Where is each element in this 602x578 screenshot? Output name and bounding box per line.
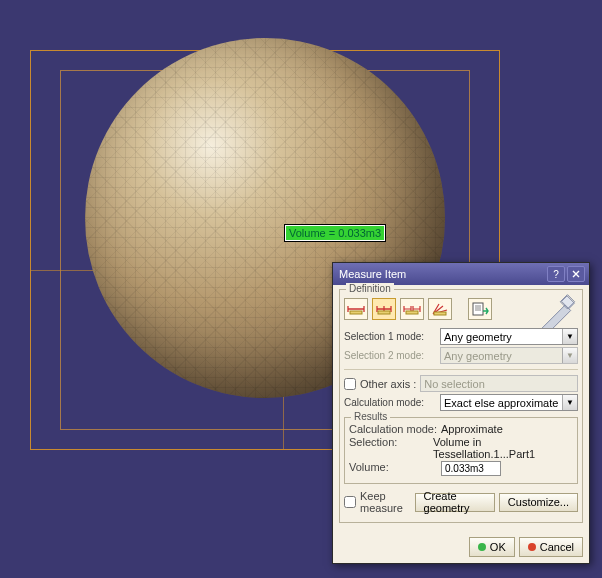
other-axis-value: No selection xyxy=(424,378,485,390)
cancel-button[interactable]: Cancel xyxy=(519,537,583,557)
results-legend: Results xyxy=(351,411,390,422)
measure-between-icon[interactable] xyxy=(344,298,368,320)
chevron-down-icon: ▼ xyxy=(562,348,577,363)
export-icon[interactable] xyxy=(468,298,492,320)
close-icon xyxy=(572,270,580,278)
calc-mode-row: Calculation mode: Exact else approximate… xyxy=(344,394,578,411)
result-calc-mode: Calculation mode: Approximate xyxy=(349,423,573,435)
chevron-down-icon: ▼ xyxy=(562,395,577,410)
definition-legend: Definition xyxy=(346,283,394,294)
definition-fieldset: Definition Selection 1 mode: Any geometr… xyxy=(339,289,583,523)
measure-item-icon[interactable] xyxy=(372,298,396,320)
help-button[interactable]: ? xyxy=(547,266,565,282)
keep-measure-row: Keep measure xyxy=(344,490,411,514)
keep-measure-checkbox[interactable] xyxy=(344,496,356,508)
selection1-row: Selection 1 mode: Any geometry ▼ xyxy=(344,328,578,345)
dialog-body: Definition Selection 1 mode: Any geometr… xyxy=(333,285,589,533)
measure-annotation-text: Volume = 0.033m3 xyxy=(289,227,381,239)
dialog-title: Measure Item xyxy=(339,268,545,280)
volume-value-field[interactable]: 0.033m3 xyxy=(441,461,501,476)
measure-item-dialog: Measure Item ? Definition Selection xyxy=(332,262,590,564)
keep-measure-label: Keep measure xyxy=(360,490,411,514)
customize-button[interactable]: Customize... xyxy=(499,493,578,512)
calc-mode-label: Calculation mode: xyxy=(344,397,436,408)
selection2-combo: Any geometry ▼ xyxy=(440,347,578,364)
svg-rect-3 xyxy=(406,311,418,314)
dialog-titlebar[interactable]: Measure Item ? xyxy=(333,263,589,285)
selection2-value: Any geometry xyxy=(444,350,512,362)
results-fieldset: Results Calculation mode: Approximate Se… xyxy=(344,417,578,484)
chevron-down-icon: ▼ xyxy=(562,329,577,344)
svg-rect-2 xyxy=(378,311,390,314)
result-selection: Selection: Volume in Tessellation.1...Pa… xyxy=(349,436,573,460)
measure-chain-icon[interactable] xyxy=(400,298,424,320)
ok-dot-icon xyxy=(478,543,486,551)
other-axis-label: Other axis : xyxy=(360,378,416,390)
svg-rect-4 xyxy=(434,312,446,315)
selection2-label: Selection 2 mode: xyxy=(344,350,436,361)
close-button[interactable] xyxy=(567,266,585,282)
measure-annotation[interactable]: Volume = 0.033m3 xyxy=(285,225,385,241)
other-axis-row: Other axis : No selection xyxy=(344,375,578,392)
measure-fan-icon[interactable] xyxy=(428,298,452,320)
calc-mode-combo[interactable]: Exact else approximate ▼ xyxy=(440,394,578,411)
definition-buttons: Keep measure Create geometry Customize..… xyxy=(344,488,578,516)
selection1-label: Selection 1 mode: xyxy=(344,331,436,342)
other-axis-field: No selection xyxy=(420,375,578,392)
svg-rect-5 xyxy=(473,303,483,315)
calc-mode-value: Exact else approximate xyxy=(444,397,558,409)
svg-rect-1 xyxy=(350,311,362,314)
selection2-row: Selection 2 mode: Any geometry ▼ xyxy=(344,347,578,364)
selection1-value: Any geometry xyxy=(444,331,512,343)
cancel-dot-icon xyxy=(528,543,536,551)
result-volume: Volume: 0.033m3 xyxy=(349,461,573,476)
ok-button[interactable]: OK xyxy=(469,537,515,557)
create-geometry-button[interactable]: Create geometry xyxy=(415,493,495,512)
selection1-combo[interactable]: Any geometry ▼ xyxy=(440,328,578,345)
dialog-footer: OK Cancel xyxy=(333,533,589,563)
other-axis-checkbox[interactable] xyxy=(344,378,356,390)
